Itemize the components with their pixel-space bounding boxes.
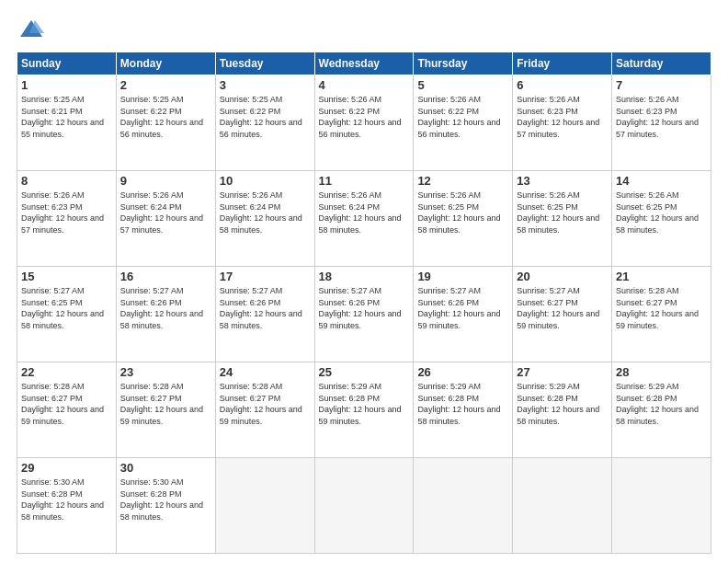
day-number: 13 <box>517 174 608 188</box>
day-info: Sunrise: 5:29 AMSunset: 6:28 PMDaylight:… <box>417 381 508 427</box>
calendar-day-cell: 1Sunrise: 5:25 AMSunset: 6:21 PMDaylight… <box>17 75 117 171</box>
day-number: 22 <box>21 365 112 379</box>
day-number: 19 <box>417 270 508 283</box>
calendar-day-cell: 9Sunrise: 5:26 AMSunset: 6:24 PMDaylight… <box>116 171 215 267</box>
day-number: 8 <box>21 174 112 188</box>
day-info: Sunrise: 5:28 AMSunset: 6:27 PMDaylight:… <box>616 285 707 331</box>
calendar-day-cell: 28Sunrise: 5:29 AMSunset: 6:28 PMDayligh… <box>612 362 711 458</box>
day-info: Sunrise: 5:26 AMSunset: 6:25 PMDaylight:… <box>417 190 508 236</box>
day-of-week-header: Friday <box>513 52 612 75</box>
day-of-week-header: Thursday <box>414 52 513 75</box>
calendar-day-cell: 3Sunrise: 5:25 AMSunset: 6:22 PMDaylight… <box>215 75 314 171</box>
calendar-body: 1Sunrise: 5:25 AMSunset: 6:21 PMDaylight… <box>17 75 711 554</box>
calendar-day-cell: 13Sunrise: 5:26 AMSunset: 6:25 PMDayligh… <box>513 171 612 267</box>
day-number: 29 <box>21 461 112 475</box>
calendar-day-cell <box>215 458 314 554</box>
calendar-day-cell: 2Sunrise: 5:25 AMSunset: 6:22 PMDaylight… <box>116 75 215 171</box>
logo <box>17 17 44 42</box>
calendar-day-cell: 26Sunrise: 5:29 AMSunset: 6:28 PMDayligh… <box>414 362 513 458</box>
day-info: Sunrise: 5:26 AMSunset: 6:23 PMDaylight:… <box>21 190 112 236</box>
day-info: Sunrise: 5:26 AMSunset: 6:24 PMDaylight:… <box>319 190 410 236</box>
day-info: Sunrise: 5:29 AMSunset: 6:28 PMDaylight:… <box>616 381 707 427</box>
calendar-day-cell <box>314 458 414 554</box>
calendar-day-cell: 16Sunrise: 5:27 AMSunset: 6:26 PMDayligh… <box>116 267 215 362</box>
day-number: 10 <box>220 174 311 188</box>
day-info: Sunrise: 5:25 AMSunset: 6:21 PMDaylight:… <box>21 94 112 140</box>
day-number: 11 <box>319 174 410 188</box>
header <box>17 17 711 42</box>
calendar-week-row: 22Sunrise: 5:28 AMSunset: 6:27 PMDayligh… <box>17 362 711 458</box>
day-info: Sunrise: 5:28 AMSunset: 6:27 PMDaylight:… <box>21 381 112 427</box>
day-info: Sunrise: 5:26 AMSunset: 6:22 PMDaylight:… <box>417 94 508 140</box>
day-number: 18 <box>319 270 410 283</box>
calendar-day-cell: 8Sunrise: 5:26 AMSunset: 6:23 PMDaylight… <box>17 171 117 267</box>
day-number: 15 <box>21 270 112 283</box>
day-info: Sunrise: 5:27 AMSunset: 6:26 PMDaylight:… <box>120 285 211 331</box>
calendar-day-cell: 14Sunrise: 5:26 AMSunset: 6:25 PMDayligh… <box>612 171 711 267</box>
day-number: 9 <box>120 174 211 188</box>
day-info: Sunrise: 5:25 AMSunset: 6:22 PMDaylight:… <box>120 94 211 140</box>
day-number: 12 <box>417 174 508 188</box>
day-number: 1 <box>21 78 112 92</box>
calendar-day-cell: 18Sunrise: 5:27 AMSunset: 6:26 PMDayligh… <box>314 267 414 362</box>
day-number: 6 <box>517 78 608 92</box>
calendar-day-cell: 5Sunrise: 5:26 AMSunset: 6:22 PMDaylight… <box>414 75 513 171</box>
day-info: Sunrise: 5:26 AMSunset: 6:25 PMDaylight:… <box>517 190 608 236</box>
calendar-day-cell <box>414 458 513 554</box>
day-of-week-header: Monday <box>116 52 215 75</box>
day-info: Sunrise: 5:28 AMSunset: 6:27 PMDaylight:… <box>120 381 211 427</box>
calendar-day-cell: 4Sunrise: 5:26 AMSunset: 6:22 PMDaylight… <box>314 75 414 171</box>
calendar-day-cell: 22Sunrise: 5:28 AMSunset: 6:27 PMDayligh… <box>17 362 117 458</box>
day-info: Sunrise: 5:29 AMSunset: 6:28 PMDaylight:… <box>517 381 608 427</box>
day-info: Sunrise: 5:27 AMSunset: 6:26 PMDaylight:… <box>220 285 311 331</box>
calendar-day-cell: 20Sunrise: 5:27 AMSunset: 6:27 PMDayligh… <box>513 267 612 362</box>
day-number: 3 <box>220 78 311 92</box>
day-of-week-header: Sunday <box>17 52 117 75</box>
day-info: Sunrise: 5:26 AMSunset: 6:24 PMDaylight:… <box>220 190 311 236</box>
calendar-day-cell: 11Sunrise: 5:26 AMSunset: 6:24 PMDayligh… <box>314 171 414 267</box>
day-info: Sunrise: 5:26 AMSunset: 6:24 PMDaylight:… <box>120 190 211 236</box>
calendar-week-row: 1Sunrise: 5:25 AMSunset: 6:21 PMDaylight… <box>17 75 711 171</box>
day-number: 23 <box>120 365 211 379</box>
day-number: 5 <box>417 78 508 92</box>
calendar-header-row: SundayMondayTuesdayWednesdayThursdayFrid… <box>17 52 711 75</box>
day-number: 14 <box>616 174 707 188</box>
calendar-day-cell: 30Sunrise: 5:30 AMSunset: 6:28 PMDayligh… <box>116 458 215 554</box>
day-number: 4 <box>319 78 410 92</box>
day-info: Sunrise: 5:27 AMSunset: 6:26 PMDaylight:… <box>417 285 508 331</box>
calendar-table: SundayMondayTuesdayWednesdayThursdayFrid… <box>17 52 711 554</box>
calendar-day-cell: 23Sunrise: 5:28 AMSunset: 6:27 PMDayligh… <box>116 362 215 458</box>
day-number: 17 <box>220 270 311 283</box>
calendar-day-cell: 24Sunrise: 5:28 AMSunset: 6:27 PMDayligh… <box>215 362 314 458</box>
calendar-day-cell: 15Sunrise: 5:27 AMSunset: 6:25 PMDayligh… <box>17 267 117 362</box>
day-info: Sunrise: 5:30 AMSunset: 6:28 PMDaylight:… <box>120 477 211 523</box>
calendar-day-cell: 17Sunrise: 5:27 AMSunset: 6:26 PMDayligh… <box>215 267 314 362</box>
day-number: 21 <box>616 270 707 283</box>
day-info: Sunrise: 5:27 AMSunset: 6:27 PMDaylight:… <box>517 285 608 331</box>
calendar-day-cell <box>612 458 711 554</box>
day-info: Sunrise: 5:25 AMSunset: 6:22 PMDaylight:… <box>220 94 311 140</box>
calendar-week-row: 15Sunrise: 5:27 AMSunset: 6:25 PMDayligh… <box>17 267 711 362</box>
calendar-day-cell: 21Sunrise: 5:28 AMSunset: 6:27 PMDayligh… <box>612 267 711 362</box>
calendar-page: SundayMondayTuesdayWednesdayThursdayFrid… <box>0 0 728 563</box>
day-number: 20 <box>517 270 608 283</box>
calendar-day-cell: 25Sunrise: 5:29 AMSunset: 6:28 PMDayligh… <box>314 362 414 458</box>
day-info: Sunrise: 5:26 AMSunset: 6:22 PMDaylight:… <box>319 94 410 140</box>
day-number: 16 <box>120 270 211 283</box>
day-number: 28 <box>616 365 707 379</box>
day-info: Sunrise: 5:26 AMSunset: 6:23 PMDaylight:… <box>517 94 608 140</box>
calendar-week-row: 29Sunrise: 5:30 AMSunset: 6:28 PMDayligh… <box>17 458 711 554</box>
calendar-day-cell: 7Sunrise: 5:26 AMSunset: 6:23 PMDaylight… <box>612 75 711 171</box>
day-number: 25 <box>319 365 410 379</box>
day-number: 2 <box>120 78 211 92</box>
day-number: 30 <box>120 461 211 475</box>
calendar-day-cell: 12Sunrise: 5:26 AMSunset: 6:25 PMDayligh… <box>414 171 513 267</box>
day-of-week-header: Wednesday <box>314 52 414 75</box>
calendar-day-cell: 27Sunrise: 5:29 AMSunset: 6:28 PMDayligh… <box>513 362 612 458</box>
day-of-week-header: Tuesday <box>215 52 314 75</box>
day-info: Sunrise: 5:28 AMSunset: 6:27 PMDaylight:… <box>220 381 311 427</box>
calendar-day-cell <box>513 458 612 554</box>
day-info: Sunrise: 5:29 AMSunset: 6:28 PMDaylight:… <box>319 381 410 427</box>
day-number: 26 <box>417 365 508 379</box>
day-number: 27 <box>517 365 608 379</box>
